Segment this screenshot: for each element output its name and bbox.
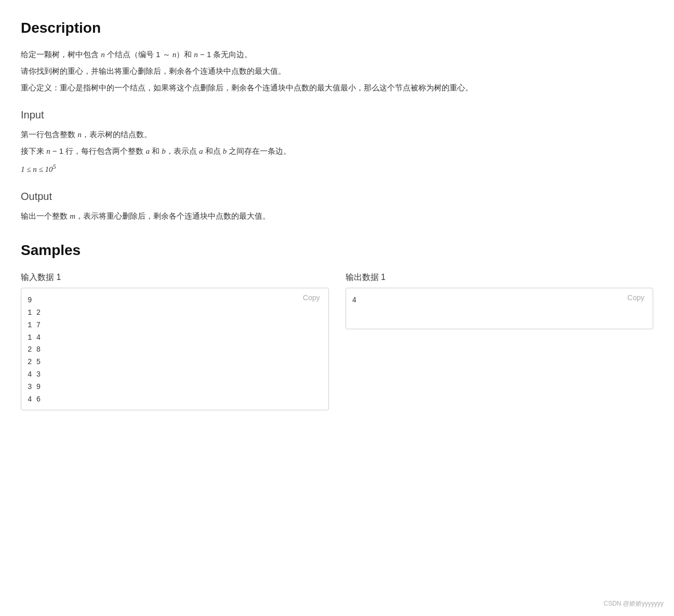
copy-output-button[interactable]: Copy	[624, 292, 647, 303]
input-line-1: 第一行包含整数 n，表示树的结点数。	[21, 128, 653, 141]
description-para-3: 重心定义：重心是指树中的一个结点，如果将这个点删除后，剩余各个连通块中点数的最大…	[21, 82, 653, 94]
samples-grid: 输入数据 1 Copy 9 1 2 1 7 1 4 2 8 2 5 4 3 3 …	[21, 271, 653, 411]
input-constraint: 1 ≤ n ≤ 105	[21, 162, 653, 176]
samples-section: Samples 输入数据 1 Copy 9 1 2 1 7 1 4 2 8 2 …	[21, 239, 653, 411]
description-para-2: 请你找到树的重心，并输出将重心删除后，剩余各个连通块中点数的最大值。	[21, 65, 653, 77]
description-title: Description	[21, 17, 653, 40]
output-sample-content: 4	[352, 294, 647, 307]
output-title: Output	[21, 188, 653, 205]
copy-input-button[interactable]: Copy	[300, 292, 323, 303]
input-sample-block: 输入数据 1 Copy 9 1 2 1 7 1 4 2 8 2 5 4 3 3 …	[21, 271, 329, 411]
output-sample-box: Copy 4	[346, 288, 654, 329]
output-sample-block: 输出数据 1 Copy 4	[346, 271, 654, 411]
input-sample-content: 9 1 2 1 7 1 4 2 8 2 5 4 3 3 9 4 6	[28, 294, 322, 406]
output-line: 输出一个整数 m，表示将重心删除后，剩余各个连通块中点数的最大值。	[21, 210, 653, 222]
description-para-1: 给定一颗树，树中包含 n 个结点（编号 1 ～ n）和 n − 1 条无向边。	[21, 48, 653, 61]
input-title: Input	[21, 106, 653, 123]
watermark: CSDN @娇娇yyyyyyy	[603, 599, 664, 609]
samples-title: Samples	[21, 239, 653, 262]
input-sample-label: 输入数据 1	[21, 271, 329, 284]
output-sample-label: 输出数据 1	[346, 271, 654, 284]
input-line-2: 接下来 n − 1 行，每行包含两个整数 a 和 b，表示点 a 和点 b 之间…	[21, 145, 653, 157]
input-sample-box: Copy 9 1 2 1 7 1 4 2 8 2 5 4 3 3 9 4 6	[21, 288, 329, 410]
